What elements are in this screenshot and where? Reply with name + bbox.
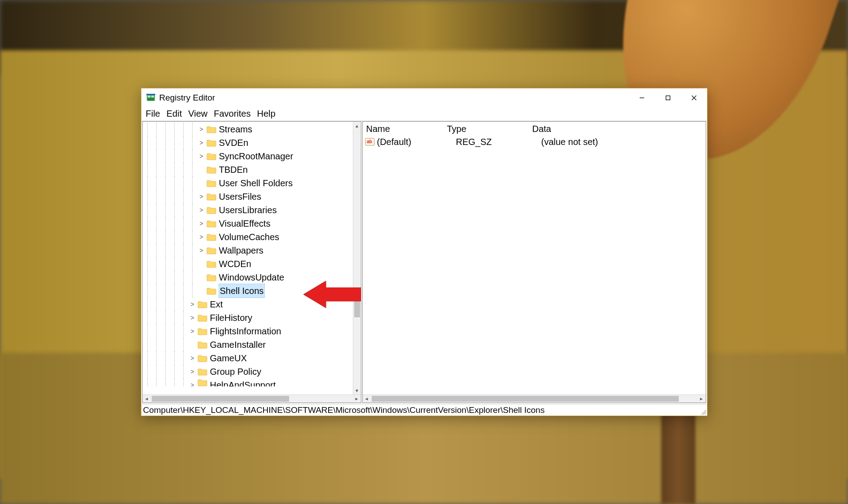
scroll-down-icon[interactable]: ▼ — [353, 386, 361, 394]
menu-favorites[interactable]: Favorites — [211, 109, 253, 119]
minimize-button[interactable] — [629, 88, 655, 107]
tree-node-label: TBDEn — [219, 163, 248, 176]
expand-icon[interactable]: > — [198, 190, 206, 203]
column-header-name[interactable]: Name — [363, 124, 444, 134]
tree-node[interactable]: >FlightsInformation — [143, 324, 361, 338]
folder-icon — [207, 206, 216, 214]
tree-node[interactable]: >FileHistory — [143, 311, 361, 324]
expand-icon[interactable]: > — [198, 244, 206, 257]
folder-icon — [207, 166, 216, 174]
expand-icon[interactable]: > — [198, 203, 206, 217]
menu-bar: File Edit View Favorites Help — [141, 107, 707, 121]
scroll-thumb[interactable] — [372, 396, 679, 402]
value-row[interactable]: ab (Default) REG_SZ (value not set) — [363, 135, 706, 149]
scroll-thumb[interactable] — [152, 396, 289, 402]
tree-node-label: Wallpapers — [219, 244, 264, 257]
tree-node[interactable]: Shell Icons — [143, 284, 361, 298]
menu-edit[interactable]: Edit — [164, 109, 185, 119]
tree-node[interactable]: >Streams — [143, 123, 361, 136]
window-title: Registry Editor — [159, 93, 215, 103]
registry-editor-window: Registry Editor File Edit View Favorites… — [141, 88, 707, 416]
expand-icon[interactable]: > — [198, 217, 206, 230]
tree-node[interactable]: >VolumeCaches — [143, 230, 361, 244]
folder-icon — [207, 152, 216, 160]
tree-node-label: SVDEn — [219, 136, 249, 149]
folder-icon — [198, 368, 207, 376]
tree-vertical-scrollbar[interactable]: ▲ ▼ — [353, 122, 361, 394]
maximize-button[interactable] — [655, 88, 681, 107]
expand-icon[interactable]: > — [198, 123, 206, 136]
scroll-right-icon[interactable]: ► — [698, 395, 706, 403]
tree-node-label: Group Policy — [210, 365, 262, 378]
menu-view[interactable]: View — [185, 109, 210, 119]
tree-node-label: FlightsInformation — [210, 324, 281, 338]
tree-node[interactable]: User Shell Folders — [143, 176, 361, 190]
svg-rect-6 — [666, 96, 670, 100]
menu-file[interactable]: File — [143, 109, 163, 119]
expand-icon[interactable]: > — [189, 365, 197, 378]
folder-icon — [198, 378, 207, 386]
tree-node[interactable]: >UsersFiles — [143, 190, 361, 203]
expand-icon[interactable]: > — [189, 324, 197, 338]
folder-icon — [198, 327, 207, 335]
folder-icon — [207, 193, 216, 201]
tree-node[interactable]: >GameUX — [143, 351, 361, 365]
expand-icon[interactable]: > — [198, 149, 206, 163]
tree-node-label: User Shell Folders — [219, 176, 293, 190]
tree-horizontal-scrollbar[interactable]: ◄ ► — [143, 394, 361, 403]
tree-node[interactable]: >SyncRootManager — [143, 149, 361, 163]
tree-node-label: VisualEffects — [219, 217, 271, 230]
svg-rect-4 — [146, 94, 155, 95]
tree-node[interactable]: >Group Policy — [143, 365, 361, 378]
content-split: >Streams>SVDEn>SyncRootManagerTBDEnUser … — [141, 121, 707, 404]
folder-icon — [207, 179, 216, 187]
tree-node[interactable]: >Ext — [143, 298, 361, 311]
expand-icon[interactable]: > — [198, 230, 206, 244]
menu-help[interactable]: Help — [254, 109, 278, 119]
tree-node[interactable]: >HelpAndSupport — [143, 378, 361, 386]
status-path: Computer\HKEY_LOCAL_MACHINE\SOFTWARE\Mic… — [143, 405, 545, 415]
expand-icon[interactable]: > — [189, 351, 197, 365]
tree-node-label: Streams — [219, 123, 252, 136]
folder-icon — [198, 341, 207, 349]
folder-icon — [207, 219, 216, 228]
scroll-thumb[interactable] — [354, 289, 360, 317]
status-bar: Computer\HKEY_LOCAL_MACHINE\SOFTWARE\Mic… — [141, 404, 707, 416]
tree-node[interactable]: >UsersLibraries — [143, 203, 361, 217]
close-button[interactable] — [681, 88, 707, 107]
tree-node[interactable]: >SVDEn — [143, 136, 361, 149]
tree-node-label: Shell Icons — [219, 284, 265, 298]
scroll-right-icon[interactable]: ► — [353, 395, 361, 403]
scroll-up-icon[interactable]: ▲ — [353, 122, 361, 130]
tree-node[interactable]: >Wallpapers — [143, 244, 361, 257]
svg-rect-2 — [151, 96, 154, 97]
expand-icon[interactable]: > — [198, 136, 206, 149]
tree-node[interactable]: WindowsUpdate — [143, 271, 361, 284]
reg-sz-icon: ab — [365, 137, 375, 146]
resize-grip-icon[interactable] — [700, 408, 706, 415]
expand-icon[interactable]: > — [189, 298, 197, 311]
column-header-type[interactable]: Type — [444, 124, 529, 134]
expand-icon[interactable]: > — [189, 378, 197, 386]
tree-node[interactable]: TBDEn — [143, 163, 361, 176]
tree-node-label: GameInstaller — [210, 338, 266, 351]
tree-node[interactable]: WCDEn — [143, 257, 361, 271]
values-horizontal-scrollbar[interactable]: ◄ ► — [363, 394, 706, 403]
expand-icon[interactable]: > — [189, 311, 197, 324]
registry-tree[interactable]: >Streams>SVDEn>SyncRootManagerTBDEnUser … — [143, 122, 361, 386]
folder-icon — [207, 260, 216, 268]
scroll-left-icon[interactable]: ◄ — [363, 395, 371, 403]
column-header-data[interactable]: Data — [529, 124, 706, 134]
folder-icon — [207, 246, 216, 254]
tree-node[interactable]: >VisualEffects — [143, 217, 361, 230]
values-list[interactable]: ab (Default) REG_SZ (value not set) — [363, 135, 706, 394]
folder-icon — [207, 233, 216, 241]
scroll-left-icon[interactable]: ◄ — [143, 395, 151, 403]
tree-node[interactable]: GameInstaller — [143, 338, 361, 351]
tree-node-label: UsersLibraries — [219, 203, 277, 217]
values-pane: Name Type Data ab (Default) REG_SZ (valu… — [362, 121, 706, 403]
title-bar[interactable]: Registry Editor — [141, 88, 707, 107]
tree-node-label: FileHistory — [210, 311, 252, 324]
value-data: (value not set) — [540, 137, 706, 147]
svg-text:ab: ab — [367, 139, 372, 144]
